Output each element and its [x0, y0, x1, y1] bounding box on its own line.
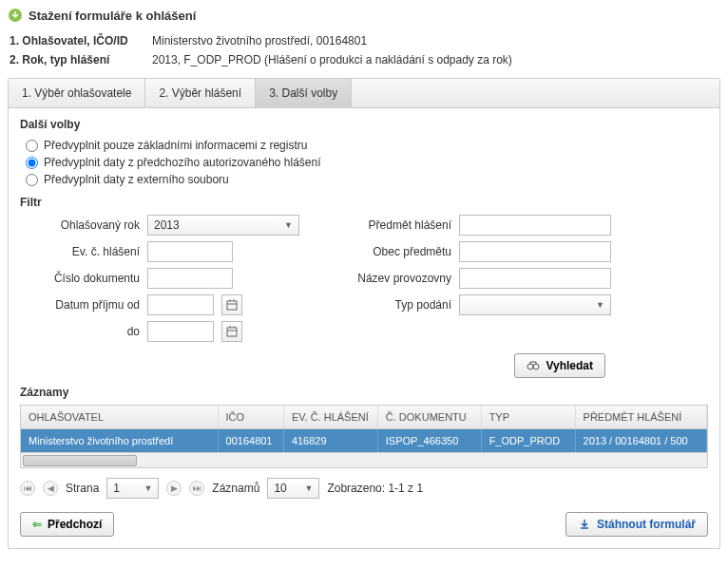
- search-button-label: Vyhledat: [546, 359, 593, 372]
- th-evc[interactable]: EV. Č. HLÁŠENÍ: [284, 406, 378, 428]
- download-form-button-label: Stáhnout formulář: [597, 518, 696, 531]
- search-button[interactable]: Vyhledat: [514, 353, 605, 378]
- info-row-2: 2. Rok, typ hlášení 2013, F_ODP_PROD (Hl…: [8, 53, 720, 66]
- pager-first-button[interactable]: ⏮: [20, 481, 35, 496]
- info-label-1: 1. Ohlašovatel, IČO/ID: [10, 34, 152, 47]
- tabs: 1. Výběr ohlašovatele 2. Výběr hlášení 3…: [9, 79, 719, 108]
- th-predmet[interactable]: PŘEDMĚT HLÁŠENÍ: [576, 406, 707, 428]
- radio-previous-report-label: Předvyplnit daty z předchozího autorizov…: [44, 156, 321, 169]
- filter-grid: Ohlašovaný rok 2013 ▼ Ev. č. hlášení Čís…: [26, 215, 702, 342]
- previous-button-label: Předchozí: [48, 518, 102, 531]
- bottom-buttons: ⇐ Předchozí Stáhnout formulář: [20, 512, 708, 537]
- page-container: Stažení formuláře k ohlášení 1. Ohlašova…: [0, 0, 728, 557]
- pager: ⏮ ◀ Strana 1 ▼ ▶ ⏭ Záznamů 10 ▼ Zobrazen…: [20, 478, 708, 499]
- select-year[interactable]: 2013 ▼: [147, 215, 299, 236]
- input-datefrom[interactable]: [147, 294, 214, 315]
- input-doc[interactable]: [147, 268, 233, 289]
- pager-page-label: Strana: [66, 482, 99, 495]
- svg-rect-1: [227, 301, 237, 310]
- scroll-thumb[interactable]: [23, 455, 137, 466]
- records-title: Záznamy: [20, 386, 708, 399]
- th-ohlasovatel[interactable]: OHLAŠOVATEL: [21, 406, 219, 428]
- cell-ico: 00164801: [219, 429, 284, 452]
- tab-select-reporter[interactable]: 1. Výběr ohlašovatele: [9, 79, 145, 107]
- pager-records-value: 10: [274, 482, 286, 495]
- input-evc[interactable]: [147, 241, 233, 262]
- pager-records-select[interactable]: 10 ▼: [267, 478, 319, 499]
- radio-external-file-input[interactable]: [26, 174, 38, 186]
- datepicker-from-button[interactable]: [221, 294, 242, 315]
- table-header: OHLAŠOVATEL IČO EV. Č. HLÁŠENÍ Č. DOKUME…: [21, 406, 707, 429]
- radio-external-file[interactable]: Předvyplnit daty z externího souboru: [26, 173, 702, 186]
- label-doc: Číslo dokumentu: [26, 272, 140, 285]
- svg-point-9: [527, 364, 533, 369]
- download-icon: [578, 518, 591, 531]
- main-panel: 1. Výběr ohlašovatele 2. Výběr hlášení 3…: [8, 78, 720, 549]
- radio-previous-report[interactable]: Předvyplnit daty z předchozího autorizov…: [26, 156, 702, 169]
- svg-rect-5: [227, 328, 237, 336]
- label-subject: Předmět hlášení: [337, 218, 451, 232]
- info-row-1: 1. Ohlašovatel, IČO/ID Ministerstvo živo…: [8, 34, 720, 47]
- pager-last-button[interactable]: ⏭: [189, 481, 204, 496]
- filter-col-left: Ohlašovaný rok 2013 ▼ Ev. č. hlášení Čís…: [26, 215, 299, 342]
- label-provoz: Název provozovny: [337, 272, 451, 285]
- info-value-1: Ministerstvo životního prostředí, 001648…: [152, 34, 367, 47]
- label-dateto: do: [26, 325, 140, 338]
- tab-other-options[interactable]: 3. Další volby: [256, 79, 352, 107]
- label-evc: Ev. č. hlášení: [26, 245, 140, 258]
- pager-shown-text: Zobrazeno: 1-1 z 1: [327, 482, 423, 495]
- horizontal-scrollbar[interactable]: [20, 453, 708, 468]
- filter-title: Filtr: [20, 196, 708, 209]
- pager-page-select[interactable]: 1 ▼: [106, 478, 159, 499]
- radio-external-file-label: Předvyplnit daty z externího souboru: [44, 173, 229, 186]
- filter-col-right: Předmět hlášení Obec předmětu Název prov…: [337, 215, 611, 342]
- radio-basic-info[interactable]: Předvyplnit pouze základními informacemi…: [26, 139, 702, 152]
- download-form-button[interactable]: Stáhnout formulář: [565, 512, 708, 537]
- info-value-2: 2013, F_ODP_PROD (Hlášení o produkci a n…: [152, 53, 512, 66]
- label-year: Ohlašovaný rok: [26, 218, 140, 232]
- cell-ohlasovatel: Ministerstvo životního prostředí: [21, 429, 219, 452]
- cell-evc: 416829: [284, 429, 378, 452]
- search-button-row: Vyhledat: [9, 353, 605, 378]
- pager-page-value: 1: [113, 482, 120, 495]
- th-ico[interactable]: IČO: [219, 406, 284, 428]
- prefill-radio-group: Předvyplnit pouze základními informacemi…: [26, 139, 702, 186]
- pager-records-label: Záznamů: [212, 482, 259, 495]
- chevron-down-icon: ▼: [596, 300, 604, 310]
- label-datefrom: Datum příjmu od: [26, 298, 140, 312]
- select-year-value: 2013: [154, 218, 180, 232]
- radio-previous-report-input[interactable]: [26, 157, 38, 169]
- label-obec: Obec předmětu: [337, 245, 451, 258]
- pager-prev-button[interactable]: ◀: [43, 481, 58, 496]
- chevron-down-icon: ▼: [144, 483, 152, 493]
- input-subject[interactable]: [459, 215, 611, 236]
- cell-typ: F_ODP_PROD: [482, 429, 576, 452]
- th-typ[interactable]: TYP: [482, 406, 576, 428]
- chevron-down-icon: ▼: [284, 220, 293, 230]
- pager-next-button[interactable]: ▶: [166, 481, 182, 496]
- input-provoz[interactable]: [459, 268, 611, 289]
- page-header: Stažení formuláře k ohlášení: [8, 8, 720, 23]
- section-title: Další volby: [20, 118, 708, 131]
- tab-select-report[interactable]: 2. Výběr hlášení: [145, 79, 256, 107]
- page-title: Stažení formuláře k ohlášení: [29, 9, 196, 23]
- radio-basic-info-label: Předvyplnit pouze základními informacemi…: [44, 139, 307, 152]
- chevron-down-icon: ▼: [304, 483, 313, 493]
- input-dateto[interactable]: [147, 321, 214, 342]
- th-doc[interactable]: Č. DOKUMENTU: [378, 406, 482, 428]
- datepicker-to-button[interactable]: [221, 321, 242, 342]
- arrow-left-icon: ⇐: [32, 518, 42, 531]
- calendar-icon: [226, 326, 238, 337]
- records-table: OHLAŠOVATEL IČO EV. Č. HLÁŠENÍ Č. DOKUME…: [20, 405, 708, 453]
- input-obec[interactable]: [459, 241, 611, 262]
- info-label-2: 2. Rok, typ hlášení: [10, 53, 152, 66]
- svg-point-10: [533, 364, 539, 369]
- previous-button[interactable]: ⇐ Předchozí: [20, 512, 114, 537]
- select-typ[interactable]: ▼: [459, 294, 611, 315]
- table-row[interactable]: Ministerstvo životního prostředí 0016480…: [21, 429, 707, 452]
- radio-basic-info-input[interactable]: [26, 140, 38, 152]
- cell-doc: ISPOP_466350: [378, 429, 482, 452]
- calendar-icon: [226, 299, 238, 311]
- download-icon: [8, 8, 23, 23]
- table-body: Ministerstvo životního prostředí 0016480…: [21, 429, 707, 452]
